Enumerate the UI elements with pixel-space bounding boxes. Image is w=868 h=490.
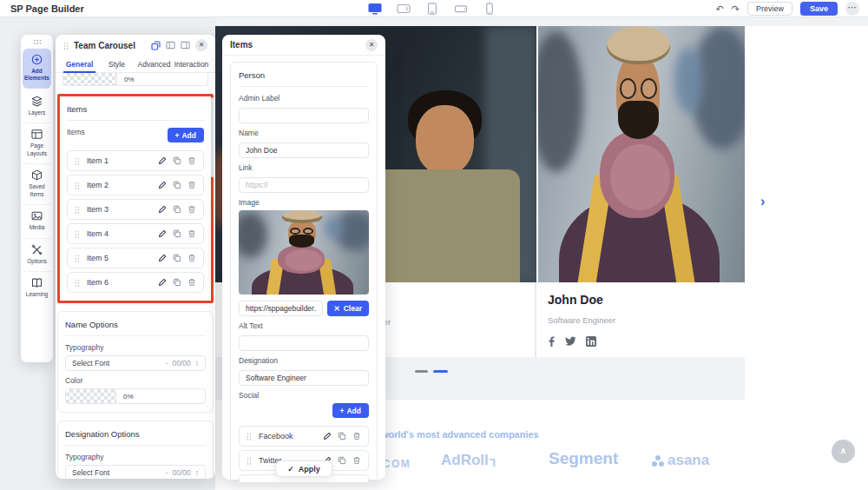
social-row-facebook[interactable]: Facebook bbox=[239, 426, 369, 447]
designation-input[interactable] bbox=[239, 370, 369, 386]
item-row-2[interactable]: Item 2 bbox=[67, 175, 204, 195]
sidebar-item-add-elements[interactable]: Add Elements bbox=[23, 49, 51, 89]
row-drag-handle[interactable] bbox=[75, 157, 80, 165]
alt-text-label: Alt Text bbox=[239, 321, 369, 330]
device-phone-icon[interactable] bbox=[483, 3, 496, 15]
more-options-button[interactable]: ··· bbox=[845, 2, 859, 16]
tab-interaction[interactable]: Interaction bbox=[173, 56, 210, 72]
row-drag-handle[interactable] bbox=[75, 230, 80, 238]
sidebar-item-page-layouts[interactable]: Page Layouts bbox=[23, 123, 51, 164]
layers-icon bbox=[31, 96, 43, 107]
preview-button[interactable]: Preview bbox=[747, 2, 792, 16]
color-swatch-transparent[interactable] bbox=[66, 389, 116, 403]
row-drag-handle[interactable] bbox=[247, 433, 252, 440]
row-drag-handle[interactable] bbox=[75, 255, 80, 262]
device-tablet-icon[interactable] bbox=[425, 3, 439, 15]
carousel-indicator-active[interactable] bbox=[433, 370, 448, 373]
designation-label: Designation bbox=[239, 356, 369, 365]
dock-left-icon[interactable] bbox=[166, 41, 175, 50]
linkedin-icon[interactable] bbox=[586, 336, 596, 347]
page-layout-icon bbox=[31, 129, 43, 140]
tab-general[interactable]: General bbox=[61, 56, 98, 72]
link-input[interactable] bbox=[239, 177, 369, 193]
delete-icon[interactable] bbox=[352, 456, 361, 465]
add-item-button[interactable]: +Add bbox=[168, 128, 205, 142]
edit-icon[interactable] bbox=[158, 278, 167, 287]
row-drag-handle[interactable] bbox=[75, 279, 80, 287]
apply-button[interactable]: ✓Apply bbox=[275, 460, 332, 477]
font-select[interactable]: Select Font - 00/00 ↕ bbox=[65, 355, 206, 371]
row-drag-handle[interactable] bbox=[247, 457, 252, 465]
item-row-3[interactable]: Item 3 bbox=[67, 199, 204, 220]
carousel-indicator-inactive[interactable] bbox=[415, 370, 428, 373]
delete-icon[interactable] bbox=[187, 205, 196, 214]
sidebar-item-options[interactable]: Options bbox=[23, 239, 51, 272]
close-panel-button[interactable]: ✕ bbox=[365, 39, 378, 51]
facebook-icon[interactable] bbox=[548, 336, 556, 347]
twitter-icon[interactable] bbox=[565, 336, 576, 347]
device-phone-landscape-icon[interactable] bbox=[454, 3, 468, 15]
admin-label-input[interactable] bbox=[239, 108, 369, 123]
image-thumbnail[interactable] bbox=[239, 210, 369, 295]
row-drag-handle[interactable] bbox=[75, 182, 80, 189]
dock-right-icon[interactable] bbox=[181, 41, 190, 50]
clear-image-button[interactable]: ✕Clear bbox=[327, 301, 369, 316]
sidebar-item-saved-items[interactable]: Saved Items bbox=[23, 164, 51, 205]
row-drag-handle[interactable] bbox=[75, 206, 80, 214]
duplicate-icon[interactable] bbox=[173, 205, 181, 214]
edit-icon[interactable] bbox=[158, 205, 167, 214]
image-url-input[interactable] bbox=[239, 301, 323, 316]
social-label: Social bbox=[239, 391, 369, 400]
item-row-6[interactable]: Item 6 bbox=[67, 272, 204, 293]
sidebar-item-layers[interactable]: Layers bbox=[23, 90, 51, 123]
tab-advanced[interactable]: Advanced bbox=[135, 56, 173, 72]
alt-text-input[interactable] bbox=[239, 335, 369, 351]
carousel-next-arrow[interactable]: › bbox=[760, 195, 765, 209]
close-panel-button[interactable]: ✕ bbox=[195, 39, 207, 51]
item-row-1[interactable]: Item 1 bbox=[67, 150, 204, 171]
sidebar-item-media[interactable]: Media bbox=[23, 205, 51, 238]
delete-icon[interactable] bbox=[187, 229, 196, 238]
device-desktop-icon[interactable] bbox=[368, 3, 382, 15]
duplicate-icon[interactable] bbox=[173, 156, 181, 165]
delete-icon[interactable] bbox=[187, 156, 196, 165]
duplicate-icon[interactable] bbox=[173, 278, 181, 287]
edit-icon[interactable] bbox=[158, 156, 167, 165]
updown-icon[interactable]: ↕ bbox=[195, 359, 199, 368]
sidebar-drag-handle[interactable] bbox=[33, 39, 42, 44]
duplicate-icon[interactable] bbox=[173, 254, 181, 262]
duplicate-icon[interactable] bbox=[338, 456, 346, 465]
device-laptop-icon[interactable] bbox=[397, 3, 411, 15]
scroll-to-top-button[interactable]: ∧ bbox=[832, 440, 855, 463]
photo-backdrop bbox=[325, 217, 343, 239]
undo-button[interactable]: ↶ bbox=[716, 4, 724, 14]
delete-icon[interactable] bbox=[187, 181, 196, 189]
save-button[interactable]: Save bbox=[800, 2, 838, 16]
image-label: Image bbox=[239, 198, 369, 207]
color-picker-field[interactable]: 0% bbox=[65, 388, 206, 404]
edit-icon[interactable] bbox=[158, 229, 167, 238]
color-swatch-transparent[interactable] bbox=[63, 73, 117, 85]
redo-button[interactable]: ↷ bbox=[732, 4, 740, 14]
delete-icon[interactable] bbox=[187, 278, 196, 287]
add-social-button[interactable]: +Add bbox=[332, 403, 370, 418]
duplicate-icon[interactable] bbox=[151, 41, 161, 50]
font-select[interactable]: Select Font - 00/00 ↕ bbox=[65, 465, 206, 478]
delete-icon[interactable] bbox=[187, 254, 196, 262]
duplicate-icon[interactable] bbox=[338, 432, 346, 440]
name-input[interactable] bbox=[239, 142, 369, 158]
edit-icon[interactable] bbox=[158, 181, 167, 189]
item-row-5[interactable]: Item 5 bbox=[67, 248, 204, 268]
tab-style[interactable]: Style bbox=[98, 56, 135, 72]
duplicate-icon[interactable] bbox=[173, 181, 181, 189]
item-row-4[interactable]: Item 4 bbox=[67, 223, 204, 244]
panel-tabs: General Style Advanced Interaction bbox=[56, 56, 215, 73]
edit-icon[interactable] bbox=[323, 432, 332, 440]
panel-drag-handle[interactable] bbox=[63, 42, 69, 50]
updown-icon[interactable]: ↕ bbox=[195, 468, 199, 477]
edit-icon[interactable] bbox=[158, 254, 167, 262]
color-field-cropped[interactable]: 0% bbox=[62, 73, 208, 86]
delete-icon[interactable] bbox=[352, 432, 361, 440]
sidebar-item-learning[interactable]: Learning bbox=[23, 272, 51, 304]
duplicate-icon[interactable] bbox=[173, 229, 181, 238]
